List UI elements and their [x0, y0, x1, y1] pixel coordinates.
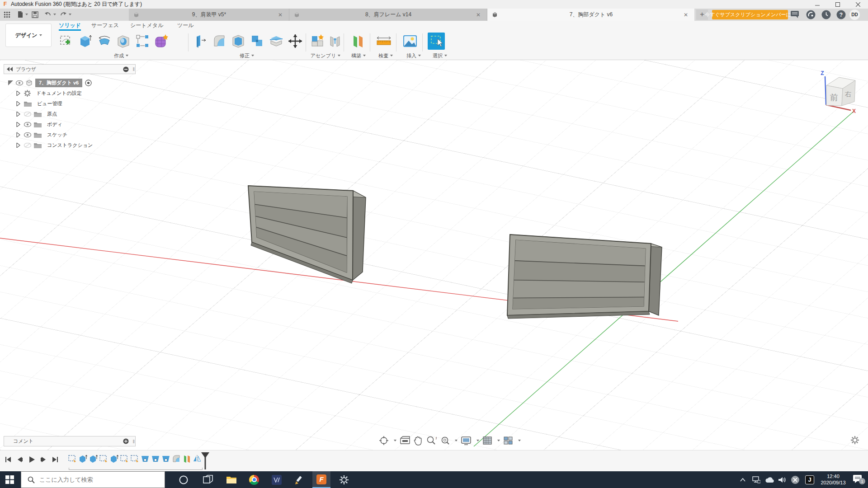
joint-icon[interactable] [326, 33, 344, 50]
timeline-feature-fillet[interactable] [172, 454, 181, 464]
close-button[interactable] [848, 0, 868, 9]
taskbar-search[interactable] [21, 471, 165, 488]
measure-icon[interactable] [375, 33, 392, 50]
tab-sheet-metal[interactable]: シートメタル [130, 22, 163, 31]
fusion-taskbar-icon[interactable]: F [312, 471, 330, 488]
pan-icon[interactable] [414, 436, 423, 446]
revolve-icon[interactable] [96, 33, 113, 50]
explorer-icon[interactable] [222, 471, 241, 488]
create-sketch-icon[interactable] [58, 33, 75, 50]
group-select[interactable]: 選択 [413, 52, 467, 59]
look-at-icon[interactable] [400, 436, 410, 445]
save-icon[interactable] [32, 10, 38, 19]
tab-surface[interactable]: サーフェス [91, 22, 119, 31]
timeline-feature-extrude[interactable] [109, 454, 119, 464]
redo-icon[interactable] [60, 10, 71, 19]
insert-image-icon[interactable] [401, 33, 419, 50]
timeline-feature-hole[interactable] [141, 454, 150, 464]
caret-right-icon[interactable] [16, 91, 20, 96]
search-input[interactable] [39, 476, 148, 483]
play-icon[interactable] [28, 456, 35, 465]
model-viewport[interactable]: 前 右 Z X ブラウザ ‖ 7、胸部ダクト v6 ドキュメントの設定 [0, 60, 868, 450]
task-view-icon[interactable] [199, 471, 217, 488]
browser-root-row[interactable]: 7、胸部ダクト v6 [4, 78, 136, 88]
clock-icon[interactable] [821, 10, 831, 20]
timeline-feature-extrude[interactable] [89, 454, 98, 464]
file-menu-icon[interactable] [17, 10, 28, 19]
combine-icon[interactable] [249, 33, 266, 50]
app-grid-icon[interactable] [4, 10, 10, 19]
go-to-start-icon[interactable] [5, 456, 12, 465]
eye-icon[interactable] [16, 80, 23, 85]
shell-icon[interactable] [230, 33, 247, 50]
go-to-end-icon[interactable] [52, 456, 59, 465]
browser-item-view-management[interactable]: ビュー管理 [4, 99, 136, 109]
comment-drag-handle[interactable]: ‖ [132, 439, 135, 444]
chest-duct-right[interactable] [507, 235, 662, 319]
undo-icon[interactable] [44, 10, 56, 19]
timeline-feature-hole[interactable] [161, 454, 171, 464]
start-button[interactable] [5, 475, 14, 486]
display-settings-icon[interactable] [461, 436, 472, 445]
expand-triangle-icon[interactable] [8, 80, 13, 85]
chevron-up-icon[interactable] [736, 471, 750, 488]
eye-icon[interactable] [24, 132, 31, 137]
volume-icon[interactable] [775, 471, 789, 488]
eye-hidden-icon[interactable] [24, 112, 31, 117]
cortana-icon[interactable] [175, 471, 193, 488]
tab-tools[interactable]: ツール [177, 22, 194, 31]
construction-plane-icon[interactable] [349, 33, 366, 50]
grid-settings-icon[interactable] [482, 436, 492, 445]
activate-radio-icon[interactable] [85, 80, 92, 86]
chest-duct-left[interactable] [248, 186, 366, 283]
timeline-feature-sketch[interactable] [99, 454, 108, 464]
help-icon[interactable]: ? [836, 10, 846, 20]
blue-app-icon[interactable] [268, 471, 286, 488]
group-create[interactable]: 作成 [94, 52, 148, 59]
timeline-feature-sketch[interactable] [120, 454, 129, 464]
onedrive-icon[interactable] [763, 471, 777, 488]
browser-header[interactable]: ブラウザ ‖ [4, 64, 136, 74]
select-icon[interactable] [428, 33, 445, 50]
taskbar-clock[interactable]: 12:40 2020/09/13 [816, 473, 850, 486]
browser-item-sketches[interactable]: スケッチ [4, 130, 136, 140]
add-comment-icon[interactable] [123, 438, 129, 444]
minimize-button[interactable] [807, 0, 827, 9]
timeline-feature-hole[interactable] [151, 454, 160, 464]
browser-root-label[interactable]: 7、胸部ダクト v6 [35, 79, 82, 87]
eye-icon[interactable] [24, 122, 31, 127]
new-component-icon[interactable] [309, 33, 326, 50]
network-icon[interactable] [750, 471, 763, 488]
viewports-icon[interactable] [503, 436, 513, 445]
browser-item-bodies[interactable]: ボディ [4, 119, 136, 130]
zoom-icon[interactable]: ± [426, 436, 437, 446]
panel-minimize-icon[interactable] [123, 66, 129, 72]
browser-item-origin[interactable]: 原点 [4, 109, 136, 119]
orbit-icon[interactable] [379, 436, 389, 446]
pattern-icon[interactable] [134, 33, 151, 50]
step-forward-icon[interactable] [40, 456, 47, 465]
split-body-icon[interactable] [268, 33, 285, 50]
extrude-icon[interactable] [77, 33, 94, 50]
panel-drag-handle[interactable]: ‖ [132, 66, 135, 72]
browser-item-construction[interactable]: コンストラクション [4, 140, 136, 150]
eye-hidden-icon[interactable] [24, 143, 31, 148]
j-app-icon[interactable]: J [802, 471, 817, 488]
pencil-app-icon[interactable] [290, 471, 308, 488]
form-icon[interactable] [153, 33, 170, 50]
caret-right-icon[interactable] [16, 112, 20, 117]
timeline-feature-sketch[interactable] [68, 454, 77, 464]
viewcube-right-label[interactable]: 右 [845, 90, 851, 98]
caret-right-icon[interactable] [16, 122, 20, 127]
press-pull-icon[interactable] [192, 33, 209, 50]
tab-close-icon[interactable]: ✕ [474, 12, 482, 18]
user-avatar[interactable]: DD [849, 9, 860, 20]
document-tab[interactable]: 8、肩フレーム v14 ✕ [289, 9, 487, 21]
document-tab-active[interactable]: 7、胸部ダクト v6 ✕ [487, 9, 694, 21]
move-icon[interactable] [287, 33, 304, 50]
step-back-icon[interactable] [16, 456, 24, 465]
collapse-panel-icon[interactable] [7, 67, 13, 71]
workspace-selector[interactable]: デザイン [5, 23, 52, 47]
timeline-feature-plane[interactable] [182, 454, 192, 464]
browser-item-document-settings[interactable]: ドキュメントの設定 [4, 88, 136, 99]
